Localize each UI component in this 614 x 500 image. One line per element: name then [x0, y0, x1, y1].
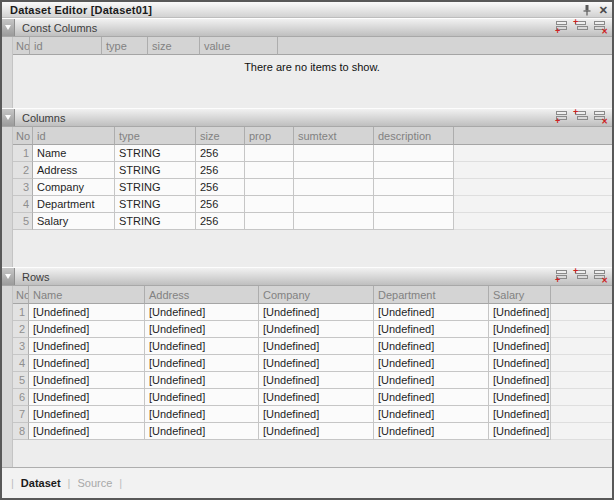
delete-item-icon[interactable]: ✕ — [593, 111, 607, 124]
grid-cell[interactable]: 256 — [196, 179, 245, 196]
grid-cell[interactable]: [Undefined] — [145, 338, 259, 355]
grid-cell[interactable]: [Undefined] — [145, 372, 259, 389]
grid-cell[interactable]: [Undefined] — [145, 304, 259, 321]
grid-cell[interactable]: 256 — [196, 213, 245, 230]
grid-cell[interactable] — [245, 145, 294, 162]
grid-cell[interactable]: [Undefined] — [374, 355, 489, 372]
grid-cell[interactable]: 256 — [196, 196, 245, 213]
insert-item-icon[interactable]: + — [574, 21, 588, 34]
grid-cell[interactable]: [Undefined] — [29, 338, 145, 355]
grid-cell[interactable]: Address — [33, 162, 115, 179]
grid-cell[interactable] — [294, 196, 374, 213]
delete-item-icon[interactable]: ✕ — [593, 21, 607, 34]
grid-cell[interactable] — [294, 213, 374, 230]
grid-cell[interactable]: [Undefined] — [259, 321, 374, 338]
grid-cell[interactable]: [Undefined] — [489, 406, 551, 423]
grid-cell[interactable]: [Undefined] — [259, 423, 374, 440]
grid-cell[interactable]: 256 — [196, 162, 245, 179]
grid-cell[interactable]: Salary — [33, 213, 115, 230]
tab-dataset[interactable]: Dataset — [18, 477, 64, 489]
grid-cell[interactable]: Company — [33, 179, 115, 196]
grid-cell[interactable] — [374, 162, 454, 179]
grid-cell[interactable] — [374, 196, 454, 213]
section-header-columns[interactable]: Columns + + ✕ — [2, 108, 612, 127]
add-item-icon[interactable]: + — [555, 111, 569, 124]
grid-cell[interactable]: [Undefined] — [489, 372, 551, 389]
grid-cell[interactable]: [Undefined] — [259, 355, 374, 372]
grid-cell[interactable]: [Undefined] — [374, 321, 489, 338]
pin-icon[interactable] — [582, 4, 592, 16]
chevron-down-icon[interactable] — [2, 109, 15, 126]
row-number[interactable]: 2 — [12, 321, 29, 338]
grid-cell[interactable]: [Undefined] — [489, 355, 551, 372]
grid-cell[interactable] — [294, 162, 374, 179]
grid-cell[interactable]: STRING — [115, 162, 196, 179]
grid-cell[interactable]: [Undefined] — [259, 406, 374, 423]
grid-cell[interactable] — [374, 179, 454, 196]
insert-item-icon[interactable]: + — [574, 270, 588, 283]
grid-cell[interactable]: [Undefined] — [259, 338, 374, 355]
grid-cell[interactable] — [374, 213, 454, 230]
grid-cell[interactable]: [Undefined] — [374, 389, 489, 406]
grid-cell[interactable]: Department — [33, 196, 115, 213]
delete-item-icon[interactable]: ✕ — [593, 270, 607, 283]
grid-cell[interactable]: [Undefined] — [29, 304, 145, 321]
grid-cell[interactable]: STRING — [115, 145, 196, 162]
grid-cell[interactable] — [374, 145, 454, 162]
row-number[interactable]: 4 — [12, 355, 29, 372]
grid-cell[interactable]: [Undefined] — [489, 304, 551, 321]
grid-cell[interactable] — [245, 162, 294, 179]
grid-cell[interactable]: [Undefined] — [259, 304, 374, 321]
grid-cell[interactable]: [Undefined] — [374, 304, 489, 321]
grid-cell[interactable]: [Undefined] — [29, 406, 145, 423]
grid-cell[interactable]: [Undefined] — [374, 338, 489, 355]
insert-item-icon[interactable]: + — [574, 111, 588, 124]
grid-cell[interactable]: [Undefined] — [374, 406, 489, 423]
grid-cell[interactable]: [Undefined] — [145, 423, 259, 440]
grid-cell[interactable]: [Undefined] — [489, 321, 551, 338]
add-item-icon[interactable]: + — [555, 270, 569, 283]
grid-cell[interactable]: [Undefined] — [29, 389, 145, 406]
grid-cell[interactable]: STRING — [115, 196, 196, 213]
grid-cell[interactable] — [245, 213, 294, 230]
section-header-const-columns[interactable]: Const Columns + + ✕ — [2, 18, 612, 37]
row-number[interactable]: 5 — [12, 213, 33, 230]
section-header-rows[interactable]: Rows + + ✕ — [2, 267, 612, 286]
grid-cell[interactable]: [Undefined] — [489, 423, 551, 440]
row-number[interactable]: 3 — [12, 179, 33, 196]
row-number[interactable]: 4 — [12, 196, 33, 213]
grid-cell[interactable]: [Undefined] — [29, 355, 145, 372]
grid-cell[interactable]: 256 — [196, 145, 245, 162]
tab-source[interactable]: Source — [74, 477, 115, 489]
grid-cell[interactable]: [Undefined] — [145, 355, 259, 372]
grid-cell[interactable]: [Undefined] — [259, 372, 374, 389]
grid-cell[interactable]: [Undefined] — [374, 423, 489, 440]
grid-cell[interactable]: Name — [33, 145, 115, 162]
row-number[interactable]: 7 — [12, 406, 29, 423]
grid-cell[interactable]: [Undefined] — [489, 338, 551, 355]
row-number[interactable]: 5 — [12, 372, 29, 389]
grid-cell[interactable]: [Undefined] — [29, 372, 145, 389]
grid-cell[interactable]: STRING — [115, 179, 196, 196]
grid-cell[interactable]: [Undefined] — [374, 372, 489, 389]
grid-cell[interactable]: STRING — [115, 213, 196, 230]
grid-cell[interactable] — [294, 145, 374, 162]
grid-cell[interactable]: [Undefined] — [259, 389, 374, 406]
grid-cell[interactable]: [Undefined] — [145, 389, 259, 406]
grid-cell[interactable]: [Undefined] — [489, 389, 551, 406]
grid-cell[interactable]: [Undefined] — [145, 321, 259, 338]
chevron-down-icon[interactable] — [2, 268, 15, 285]
row-number[interactable]: 8 — [12, 423, 29, 440]
grid-cell[interactable] — [245, 179, 294, 196]
row-number[interactable]: 2 — [12, 162, 33, 179]
grid-cell[interactable]: [Undefined] — [29, 321, 145, 338]
grid-cell[interactable]: [Undefined] — [145, 406, 259, 423]
chevron-down-icon[interactable] — [2, 19, 15, 36]
grid-cell[interactable] — [245, 196, 294, 213]
close-icon[interactable]: ✕ — [599, 5, 608, 15]
grid-cell[interactable] — [294, 179, 374, 196]
add-item-icon[interactable]: + — [555, 21, 569, 34]
row-number[interactable]: 1 — [12, 145, 33, 162]
row-number[interactable]: 1 — [12, 304, 29, 321]
row-number[interactable]: 6 — [12, 389, 29, 406]
